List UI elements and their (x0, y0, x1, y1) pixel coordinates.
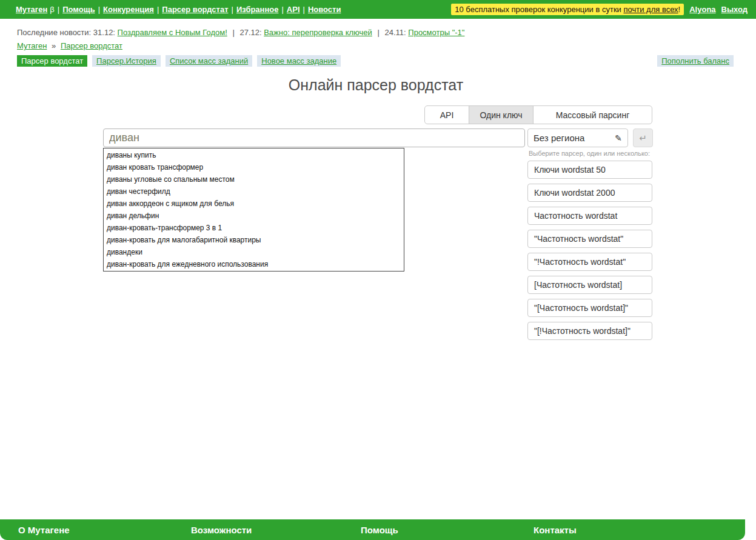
nav-wordstat-parser-link[interactable]: Парсер вордстат (162, 5, 228, 14)
autocomplete-dropdown: диваны купить диван кровать трансформер … (103, 148, 404, 272)
footer-contacts-heading: Контакты (534, 525, 577, 535)
nav-api-link[interactable]: API (287, 5, 300, 14)
news-link[interactable]: Просмотры "-1" (408, 28, 464, 37)
tab-parser-history[interactable]: Парсер.История (92, 55, 161, 67)
separator: | (377, 28, 379, 37)
tab-new-mass-task[interactable]: Новое масс задание (257, 55, 341, 67)
news-label: Последние новости: (17, 28, 91, 37)
news-date: 27.12: (239, 28, 261, 37)
parser-frequency-quoted-brackets-button[interactable]: "[Частотность wordstat]" (527, 299, 652, 317)
footer-help-heading: Помощь (361, 525, 398, 535)
top-up-balance-link[interactable]: Пополнить баланс (661, 56, 729, 65)
mode-tab-mass-parsing[interactable]: Массовый парсинг (533, 106, 652, 124)
suggestion-item[interactable]: диваны угловые со спальным местом (104, 173, 404, 185)
suggestion-item[interactable]: дивандеки (104, 246, 404, 258)
news-date: 24.11: (385, 28, 406, 37)
parser-frequency-brackets-button[interactable]: [Частотность wordstat] (527, 276, 652, 294)
separator: | (232, 28, 234, 37)
separator: | (58, 5, 59, 14)
separator: | (98, 5, 100, 14)
mode-tabs: API Один ключ Массовый парсинг (424, 105, 652, 124)
separator: | (281, 5, 283, 14)
footer: О Мутагене Возможности Помощь Контакты (0, 519, 745, 540)
topbar: Мутаген β | Помощь | Конкуренция | Парсе… (0, 0, 756, 19)
parser-keys-wordstat-2000-button[interactable]: Ключи wordstat 2000 (527, 184, 652, 202)
parser-hint: Выберите парсер, один или несколько: (529, 150, 650, 157)
footer-about-heading: О Мутагене (18, 525, 70, 535)
parser-frequency-quoted-button[interactable]: "Частотность wordstat" (527, 230, 652, 248)
region-label: Без региона (534, 133, 584, 143)
breadcrumb-current-link[interactable]: Парсер вордстат (61, 41, 122, 50)
suggestion-item[interactable]: диван кровать трансформер (104, 161, 404, 173)
promo-text: 10 бесплатных проверок конкуренции в сут… (455, 5, 623, 14)
mode-tab-single-key[interactable]: Один ключ (469, 106, 533, 124)
parser-keys-wordstat-50-button[interactable]: Ключи wordstat 50 (527, 161, 652, 179)
promo-badge: 10 бесплатных проверок конкуренции в сут… (451, 4, 684, 15)
breadcrumb: Мутаген » Парсер вордстат (17, 41, 122, 50)
nav-news-link[interactable]: Новости (308, 5, 341, 14)
parser-frequency-exclamation-button[interactable]: "!Частотность wordstat" (527, 253, 652, 271)
breadcrumb-separator: » (52, 41, 56, 50)
promo-end: ! (678, 5, 681, 14)
region-selector-button[interactable]: Без региона ✎ (527, 128, 628, 147)
parser-frequency-quoted-brackets-exclamation-button[interactable]: "[!Частотность wordstat]" (527, 322, 652, 340)
search-input[interactable] (103, 128, 525, 147)
news-line: Последние новости: 31.12: Поздравляем с … (17, 28, 464, 37)
top-up-balance: Пополнить баланс (657, 55, 734, 67)
separator: | (232, 5, 233, 14)
news-link[interactable]: Поздравляем с Новым Годом! (118, 28, 227, 37)
suggestion-item[interactable]: диван-кровать для малогабаритной квартир… (104, 234, 404, 246)
breadcrumb-home-link[interactable]: Мутаген (17, 41, 47, 50)
separator: | (303, 5, 305, 14)
user-account-link[interactable]: Alyona (689, 5, 715, 14)
topbar-right: 10 бесплатных проверок конкуренции в сут… (451, 4, 748, 15)
suggestion-item[interactable]: диваны купить (104, 149, 404, 161)
news-link[interactable]: Важно: перепроверка ключей (264, 28, 372, 37)
tab-mass-tasks-list[interactable]: Список масс заданий (166, 55, 252, 67)
news-date: 31.12: (93, 28, 115, 37)
separator: | (157, 5, 159, 14)
suggestion-item[interactable]: диван аккордеон с ящиком для белья (104, 198, 404, 210)
page-title: Онлайн парсер вордстат (0, 76, 752, 94)
nav-mutagen-link[interactable]: Мутаген (16, 5, 47, 14)
tab-parser-wordstat[interactable]: Парсер вордстат (17, 55, 87, 67)
submit-button[interactable]: ↵ (633, 128, 653, 147)
parser-buttons: Ключи wordstat 50 Ключи wordstat 2000 Ча… (527, 161, 652, 340)
suggestion-item[interactable]: диван дельфин (104, 210, 404, 222)
parser-frequency-wordstat-button[interactable]: Частотность wordstat (527, 207, 652, 225)
nav-favorites-link[interactable]: Избранное (236, 5, 279, 14)
promo-link[interactable]: почти для всех (623, 5, 678, 14)
mode-tab-api[interactable]: API (425, 106, 469, 124)
section-tabs: Парсер вордстат Парсер.История Список ма… (17, 55, 341, 67)
beta-label: β (50, 5, 54, 14)
suggestion-item[interactable]: диван честерфилд (104, 185, 404, 198)
suggestion-item[interactable]: диван-кровать для ежедневного использова… (104, 258, 404, 270)
edit-pencil-icon: ✎ (615, 133, 622, 143)
logout-link[interactable]: Выход (721, 5, 748, 14)
enter-arrow-icon: ↵ (639, 133, 647, 143)
nav-help-link[interactable]: Помощь (62, 5, 95, 14)
top-navigation: Мутаген β | Помощь | Конкуренция | Парсе… (16, 5, 341, 14)
suggestion-item[interactable]: диван-кровать-трансформер 3 в 1 (104, 222, 404, 234)
nav-competition-link[interactable]: Конкуренция (103, 5, 154, 14)
footer-features-heading: Возможности (191, 525, 252, 535)
